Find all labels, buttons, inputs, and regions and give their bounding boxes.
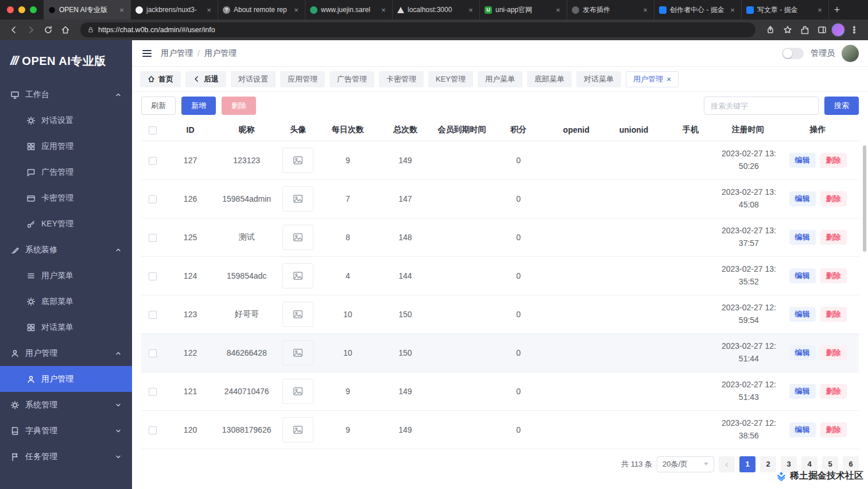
- row-checkbox[interactable]: [149, 388, 157, 396]
- edit-button[interactable]: 编辑: [789, 307, 816, 322]
- edit-button[interactable]: 编辑: [789, 345, 816, 360]
- sidebar-item-chat-settings[interactable]: 对话设置: [0, 107, 132, 133]
- sidebar-group-system-decoration[interactable]: 系统装修: [0, 237, 132, 263]
- extensions-puzzle-icon[interactable]: [797, 22, 813, 38]
- delete-row-button[interactable]: 删除: [820, 230, 847, 245]
- sidebar-item-ad-management[interactable]: 广告管理: [0, 159, 132, 185]
- url-bar[interactable]: https://chat.w0b.cn/admin/#/user/info: [80, 22, 755, 37]
- delete-row-button[interactable]: 删除: [820, 384, 847, 399]
- select-all-checkbox[interactable]: [149, 126, 157, 134]
- tab-footer-menu[interactable]: 底部菜单: [527, 71, 572, 87]
- sidebar-group-user-management[interactable]: 用户管理: [0, 340, 132, 366]
- sidebar-group-workbench[interactable]: 工作台: [0, 82, 132, 107]
- browser-tab[interactable]: www.juejin.sarel: [305, 0, 393, 20]
- page-button-1[interactable]: 1: [739, 456, 755, 472]
- sidebar-item-key-management[interactable]: KEY管理: [0, 211, 132, 237]
- zoom-window-button[interactable]: [30, 6, 37, 13]
- edit-button[interactable]: 编辑: [789, 268, 816, 283]
- admin-avatar[interactable]: [842, 45, 859, 62]
- row-checkbox[interactable]: [149, 272, 157, 280]
- browser-tab[interactable]: uni-app官网: [480, 0, 567, 20]
- edit-button[interactable]: 编辑: [789, 384, 816, 399]
- reload-icon[interactable]: [40, 22, 56, 38]
- breadcrumb-parent[interactable]: 用户管理: [161, 48, 193, 59]
- tab-key-management[interactable]: KEY管理: [428, 71, 473, 87]
- sidebar-item-user-menu[interactable]: 用户菜单: [0, 263, 132, 288]
- page-button-5[interactable]: 5: [822, 456, 838, 472]
- tab-close-icon[interactable]: [292, 6, 300, 14]
- edit-button[interactable]: 编辑: [789, 153, 816, 168]
- sidebar-item-chat-menu[interactable]: 对话菜单: [0, 314, 132, 340]
- theme-toggle[interactable]: [782, 48, 804, 59]
- tab-close-icon[interactable]: [554, 6, 562, 14]
- tab-card-key-management[interactable]: 卡密管理: [379, 71, 424, 87]
- page-scrollbar[interactable]: [863, 145, 866, 252]
- delete-row-button[interactable]: 删除: [820, 307, 847, 322]
- browser-tab[interactable]: 创作者中心 - 掘金: [654, 0, 742, 20]
- back-icon[interactable]: [6, 22, 22, 38]
- search-input[interactable]: [704, 97, 819, 115]
- tab-app-management[interactable]: 应用管理: [280, 71, 325, 87]
- add-button[interactable]: 新增: [181, 97, 216, 115]
- browser-tab[interactable]: About remote rep: [218, 0, 305, 20]
- edit-button[interactable]: 编辑: [789, 422, 816, 437]
- bookmark-star-icon[interactable]: [780, 22, 796, 38]
- page-button-3[interactable]: 3: [781, 456, 797, 472]
- sidebar-group-system-management[interactable]: 系统管理: [0, 392, 132, 418]
- sidebar-item-card-key-management[interactable]: 卡密管理: [0, 185, 132, 211]
- row-checkbox[interactable]: [149, 234, 157, 242]
- edit-button[interactable]: 编辑: [789, 191, 816, 206]
- delete-row-button[interactable]: 删除: [820, 153, 847, 168]
- sidebar-item-user-management-active[interactable]: 用户管理: [0, 366, 132, 392]
- page-size-select[interactable]: 20条/页: [657, 456, 714, 472]
- browser-tab[interactable]: 发布插件: [567, 0, 654, 20]
- edit-button[interactable]: 编辑: [789, 230, 816, 245]
- close-window-button[interactable]: [7, 6, 14, 13]
- minimize-window-button[interactable]: [18, 6, 25, 13]
- row-checkbox[interactable]: [149, 195, 157, 203]
- prev-page-button[interactable]: [719, 456, 735, 472]
- tab-user-management-active[interactable]: 用户管理: [626, 71, 679, 87]
- search-button[interactable]: 搜索: [824, 97, 859, 115]
- tab-back[interactable]: 后退: [185, 71, 226, 87]
- row-checkbox[interactable]: [149, 157, 157, 165]
- delete-button[interactable]: 删除: [222, 97, 256, 115]
- sidebar-item-footer-menu[interactable]: 底部菜单: [0, 288, 132, 314]
- tab-ad-management[interactable]: 广告管理: [330, 71, 374, 87]
- row-checkbox[interactable]: [149, 426, 157, 434]
- menu-kebab-icon[interactable]: [846, 22, 862, 38]
- tab-close-icon[interactable]: [816, 6, 824, 14]
- tab-chat-menu[interactable]: 对话菜单: [576, 71, 621, 87]
- tab-close-icon[interactable]: [728, 6, 737, 14]
- sidebar-group-dictionary-management[interactable]: 字典管理: [0, 418, 132, 444]
- new-tab-button[interactable]: [829, 2, 845, 18]
- browser-tab[interactable]: jackbrens/nuxt3-: [131, 0, 218, 20]
- tab-close-icon[interactable]: [379, 6, 388, 14]
- browser-tab[interactable]: 写文章 - 掘金: [742, 0, 829, 20]
- tab-close-icon[interactable]: [467, 6, 475, 14]
- tab-chat-settings[interactable]: 对话设置: [231, 71, 276, 87]
- tab-home[interactable]: 首页: [140, 71, 181, 87]
- tab-user-menu[interactable]: 用户菜单: [478, 71, 522, 87]
- page-button-2[interactable]: 2: [760, 456, 776, 472]
- sidebar-panel-icon[interactable]: [814, 22, 830, 38]
- browser-profile-avatar[interactable]: [831, 23, 845, 37]
- delete-row-button[interactable]: 删除: [820, 345, 847, 360]
- page-button-6[interactable]: 6: [843, 456, 859, 472]
- tab-close-icon[interactable]: [118, 6, 126, 14]
- tab-close-icon[interactable]: [205, 6, 213, 14]
- browser-tab-active[interactable]: OPEN AI专业版: [44, 0, 131, 20]
- forward-icon[interactable]: [23, 22, 39, 38]
- row-checkbox[interactable]: [149, 349, 157, 357]
- row-checkbox[interactable]: [149, 311, 157, 319]
- share-icon[interactable]: [762, 22, 778, 38]
- refresh-button[interactable]: 刷新: [141, 97, 176, 115]
- sidebar-group-task-management[interactable]: 任务管理: [0, 444, 132, 469]
- sidebar-item-app-management[interactable]: 应用管理: [0, 133, 132, 159]
- delete-row-button[interactable]: 删除: [820, 268, 847, 283]
- delete-row-button[interactable]: 删除: [820, 422, 847, 437]
- close-icon[interactable]: [666, 75, 671, 83]
- browser-tab[interactable]: localhost:3000: [393, 0, 480, 20]
- tab-close-icon[interactable]: [641, 6, 649, 14]
- home-icon[interactable]: [57, 22, 73, 38]
